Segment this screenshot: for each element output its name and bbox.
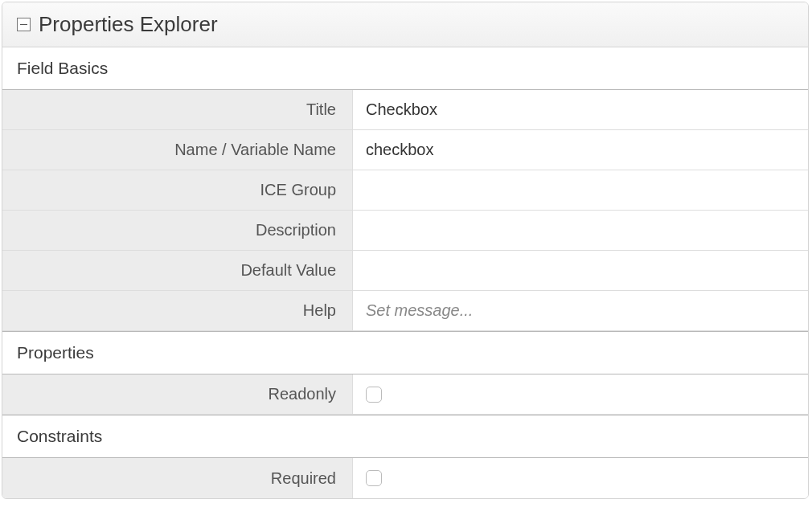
- panel-header: Properties Explorer: [2, 2, 808, 47]
- label-description: Description: [2, 211, 353, 250]
- label-help: Help: [2, 291, 353, 330]
- row-readonly: Readonly: [2, 374, 808, 415]
- label-ice-group: ICE Group: [2, 170, 353, 210]
- section-field-basics: Field Basics: [2, 47, 808, 90]
- label-title: Title: [2, 90, 353, 129]
- row-ice-group: ICE Group: [2, 170, 808, 211]
- label-default-value: Default Value: [2, 251, 353, 290]
- row-title: Title: [2, 90, 808, 130]
- input-help[interactable]: [366, 301, 795, 320]
- row-help: Help: [2, 291, 808, 331]
- input-title[interactable]: [366, 100, 795, 119]
- label-required: Required: [2, 458, 353, 498]
- row-name: Name / Variable Name: [2, 130, 808, 170]
- row-description: Description: [2, 211, 808, 251]
- row-default-value: Default Value: [2, 251, 808, 291]
- input-ice-group[interactable]: [366, 181, 795, 199]
- input-default-value[interactable]: [366, 261, 795, 280]
- section-properties: Properties: [2, 331, 808, 374]
- checkbox-required[interactable]: [366, 470, 382, 486]
- properties-explorer-panel: Properties Explorer Field Basics Title N…: [2, 2, 809, 499]
- section-constraints: Constraints: [2, 415, 808, 458]
- label-name: Name / Variable Name: [2, 130, 353, 170]
- input-name[interactable]: [366, 141, 795, 159]
- collapse-icon[interactable]: [17, 18, 31, 31]
- input-description[interactable]: [366, 221, 795, 239]
- row-required: Required: [2, 458, 808, 498]
- panel-title: Properties Explorer: [39, 12, 218, 37]
- checkbox-readonly[interactable]: [366, 387, 382, 403]
- label-readonly: Readonly: [2, 374, 353, 414]
